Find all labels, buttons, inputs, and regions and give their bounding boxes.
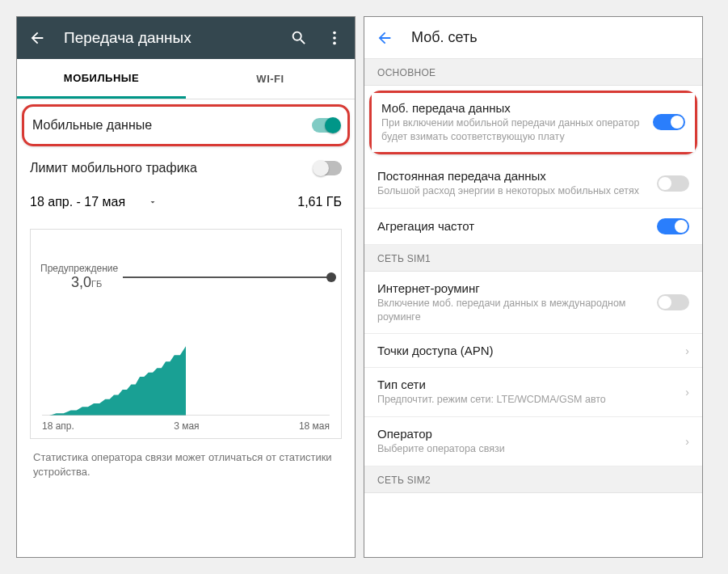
svg-point-1 [333, 36, 336, 40]
mobile-data-switch[interactable] [653, 114, 685, 130]
period-row[interactable]: 18 апр. - 17 мая 1,61 ГБ [17, 187, 355, 224]
search-icon[interactable] [290, 29, 308, 47]
page-title: Моб. сеть [411, 29, 691, 46]
appbar: Моб. сеть [364, 17, 702, 59]
chevron-right-icon: › [685, 344, 689, 357]
always-on-setting[interactable]: Постоянная передача данных Большой расхо… [364, 159, 702, 209]
setting-title: Агрегация частот [377, 219, 649, 233]
xaxis-tick: 18 мая [299, 420, 330, 432]
mobile-data-row[interactable]: Мобильные данные [22, 104, 350, 146]
back-icon[interactable] [376, 29, 393, 47]
always-on-switch[interactable] [657, 175, 689, 192]
setting-title: Моб. передача данных [381, 101, 645, 115]
operator-setting[interactable]: Оператор Выберите оператора связи › [364, 417, 702, 466]
mobile-data-label: Мобильные данные [32, 118, 312, 133]
svg-point-2 [333, 42, 336, 45]
setting-title: Постоянная передача данных [377, 169, 649, 183]
limit-label: Лимит мобильного трафика [30, 161, 314, 175]
page-title: Передача данных [64, 29, 272, 47]
tab-mobile[interactable]: МОБИЛЬНЫЕ [17, 59, 186, 99]
chevron-right-icon: › [685, 435, 689, 448]
limit-row[interactable]: Лимит мобильного трафика [17, 150, 355, 187]
tab-wifi[interactable]: WI-FI [186, 59, 355, 99]
appbar: Передача данных [17, 17, 355, 59]
overflow-icon[interactable] [326, 29, 343, 47]
nettype-setting[interactable]: Тип сети Предпочтит. режим сети: LTE/WCD… [364, 368, 702, 417]
mobile-data-switch[interactable] [312, 118, 339, 133]
mobile-data-setting[interactable]: Моб. передача данных При включении мобил… [372, 93, 695, 152]
setting-subtitle: Предпочтит. режим сети: LTE/WCDMA/GSM ав… [377, 393, 677, 407]
roaming-switch[interactable] [657, 294, 689, 310]
usage-chart: Предупреждение 3,0ГБ 18 апр. 3 мая 18 ма… [30, 229, 342, 439]
setting-title: Оператор [377, 427, 677, 441]
xaxis-tick: 3 мая [174, 420, 199, 432]
warning-label: Предупреждение [40, 264, 118, 274]
setting-subtitle: Выберите оператора связи [377, 442, 677, 456]
xaxis-tick: 18 апр. [42, 420, 74, 432]
tabs: МОБИЛЬНЫЕ WI-FI [17, 59, 355, 99]
mobile-data-highlight: Моб. передача данных При включении мобил… [369, 91, 697, 154]
period-label: 18 апр. - 17 мая [30, 195, 125, 209]
limit-switch[interactable] [314, 161, 342, 175]
back-icon[interactable] [28, 29, 46, 47]
warning-bar[interactable] [123, 276, 333, 278]
apn-setting[interactable]: Точки доступа (APN) › [364, 334, 702, 368]
setting-subtitle: Большой расход энергии в некоторых мобил… [377, 184, 649, 198]
right-screenshot: Моб. сеть ОСНОВНОЕ Моб. передача данных … [364, 16, 703, 558]
setting-title: Точки доступа (APN) [377, 344, 677, 357]
setting-subtitle: При включении мобильной передачи данных … [381, 116, 645, 144]
setting-subtitle: Включение моб. передачи данных в междуна… [377, 297, 649, 324]
x-axis: 18 апр. 3 мая 18 мая [42, 420, 330, 432]
chevron-right-icon: › [685, 386, 689, 399]
left-screenshot: Передача данных МОБИЛЬНЫЕ WI-FI Мобильны… [16, 16, 356, 558]
period-usage: 1,61 ГБ [297, 195, 342, 209]
aggregation-switch[interactable] [657, 218, 689, 234]
aggregation-setting[interactable]: Агрегация частот [364, 209, 702, 245]
svg-point-0 [333, 32, 336, 35]
section-main: ОСНОВНОЕ [364, 59, 702, 86]
chevron-down-icon [148, 197, 158, 207]
setting-title: Тип сети [377, 378, 677, 391]
section-sim1: СЕТЬ SIM1 [364, 245, 702, 272]
section-sim2: СЕТЬ SIM2 [364, 466, 702, 493]
setting-title: Интернет-роуминг [377, 281, 649, 295]
roaming-setting[interactable]: Интернет-роуминг Включение моб. передачи… [364, 272, 702, 335]
chart-area [42, 286, 330, 416]
footnote: Статистика оператора связи может отличат… [17, 442, 355, 479]
